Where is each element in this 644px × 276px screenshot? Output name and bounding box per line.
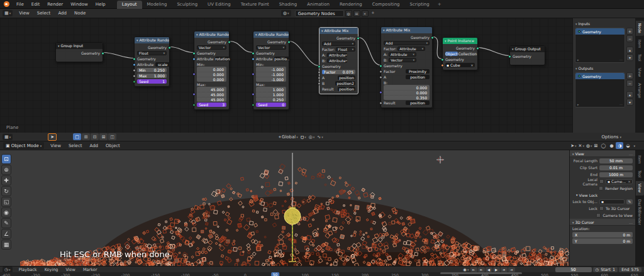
node-attribute-mix[interactable]: ▾Attribute MixGeometryAdd▾Factor:Attribu…: [380, 26, 433, 108]
toggle-collection[interactable]: Collection: [458, 52, 477, 56]
render-region-checkbox[interactable]: [599, 186, 603, 190]
enum-field[interactable]: Attribute▾: [397, 47, 425, 51]
shading-wireframe-icon[interactable]: ◯: [599, 142, 607, 149]
node-header[interactable]: ▾Point Instance: [443, 38, 477, 44]
play-button[interactable]: ▶: [493, 267, 500, 272]
cursor-panel-header[interactable]: ▾3D Cursor…: [570, 219, 635, 226]
node-socket[interactable]: [441, 58, 444, 61]
focal-length-field[interactable]: 50 mm: [599, 158, 633, 163]
browse-node-tree-icon[interactable]: ◍▾: [281, 10, 291, 16]
node-socket[interactable]: [476, 47, 479, 50]
overlays-toggle[interactable]: ◍▾: [586, 143, 592, 148]
node-attribute-randomize[interactable]: ▾Attribute RandomizeGeometryVector▾Geome…: [194, 31, 230, 110]
socket-list-item[interactable]: Geometry: [575, 73, 625, 79]
xray-toggle[interactable]: ⊠: [594, 143, 598, 148]
node-socket[interactable]: [133, 80, 136, 83]
factor-slider[interactable]: Factor0.075: [322, 70, 355, 74]
node-socket[interactable]: [379, 75, 382, 79]
node-socket[interactable]: [318, 76, 321, 79]
workspace-tab-layout[interactable]: Layout: [117, 1, 142, 9]
list-button[interactable]: ▾: [626, 54, 633, 61]
node-point-instance[interactable]: ▾Point InstanceGeometryObjectCollectionG…: [442, 37, 478, 70]
text-field[interactable]: positio..: [274, 57, 290, 61]
object-field[interactable]: ▪Cube×: [445, 63, 475, 67]
seed-field[interactable]: Seed0: [256, 102, 286, 107]
camera-to-view-checkbox[interactable]: [596, 213, 601, 218]
sidebar-tab-arrange[interactable]: Arrange: [636, 80, 644, 101]
text-field[interactable]: position2: [335, 81, 355, 86]
menu-window[interactable]: Window: [67, 0, 92, 9]
panel-header-inputs[interactable]: ▾Inputs: [575, 21, 633, 26]
unlink-node-tree-button[interactable]: ×: [362, 10, 369, 17]
sidebar-tab-node[interactable]: Node: [636, 21, 644, 36]
menu-help[interactable]: Help: [92, 0, 109, 9]
node-socket[interactable]: [318, 70, 321, 74]
node-socket[interactable]: [192, 93, 196, 96]
node-socket[interactable]: [379, 101, 382, 104]
node-socket[interactable]: [252, 73, 255, 76]
workspace-tab-shading[interactable]: Shading: [274, 1, 302, 9]
cursor-y-field[interactable]: Y0 m: [572, 238, 633, 244]
node-socket[interactable]: [357, 36, 360, 40]
prev-keyframe-button[interactable]: ↞: [478, 267, 485, 272]
new-node-tree-button[interactable]: ⊞: [353, 10, 360, 17]
list-button[interactable]: +: [626, 28, 633, 35]
text-field[interactable]: position: [406, 101, 430, 105]
sidebar-tab-view[interactable]: View: [636, 65, 644, 79]
node-socket[interactable]: [379, 91, 382, 94]
lock-to-object-field[interactable]: ▪: [599, 199, 625, 204]
menu-file[interactable]: File: [13, 0, 28, 9]
tool-rotate-icon[interactable]: ↻: [1, 186, 11, 196]
menu-edit[interactable]: Edit: [28, 0, 44, 9]
node-socket[interactable]: [192, 57, 196, 60]
node-attribute-randomize[interactable]: ▾Attribute RandomizeGeometryVector▾Geome…: [253, 31, 289, 110]
tool-cursor-icon[interactable]: ⊕: [1, 165, 11, 175]
viewport-menu-object[interactable]: Object: [102, 141, 124, 150]
node-socket[interactable]: [228, 40, 231, 43]
tool-measure-icon[interactable]: ∠: [1, 229, 11, 239]
play-reverse-button[interactable]: ◀: [486, 267, 492, 272]
text-field[interactable]: position: [406, 75, 430, 79]
enum-field[interactable]: Float▾: [336, 47, 355, 52]
seed-field[interactable]: Seed1: [137, 79, 167, 84]
node-socket[interactable]: [192, 73, 196, 76]
number-field[interactable]: Max1.000: [137, 74, 167, 78]
sidebar-tab-tool[interactable]: Tool: [636, 52, 644, 64]
view-lock-subpanel-header[interactable]: ▾View Lock: [570, 192, 635, 198]
vector-field[interactable]: 45.00045.00045.000: [197, 87, 226, 102]
node-socket[interactable]: [318, 82, 321, 85]
node-socket[interactable]: [133, 69, 136, 72]
jump-to-end-button[interactable]: ⇥: [508, 267, 515, 272]
enum-field[interactable]: Add▾: [322, 41, 355, 46]
node-menu-select[interactable]: Select: [33, 9, 55, 18]
tool-annotate-icon[interactable]: ✎: [1, 218, 11, 228]
sidebar-tab-item[interactable]: Item: [636, 37, 644, 51]
next-keyframe-button[interactable]: ↠: [501, 267, 508, 272]
menu-render[interactable]: Render: [43, 0, 67, 9]
enum-field[interactable]: Vector▾: [197, 45, 226, 50]
workspace-tab-compositing[interactable]: Compositing: [367, 1, 405, 9]
viewport-menu-add[interactable]: Add: [86, 141, 102, 150]
node-group-output[interactable]: ▾Group OutputGeometry: [509, 45, 545, 65]
workspace-tab-modeling[interactable]: Modeling: [142, 1, 172, 9]
node-socket[interactable]: [287, 40, 291, 43]
node-socket[interactable]: [431, 36, 434, 39]
node-socket[interactable]: [133, 63, 136, 66]
enum-field[interactable]: Vector▾: [389, 58, 416, 62]
workspace-tab-rendering[interactable]: Rendering: [335, 1, 367, 9]
list-button[interactable]: ▴: [626, 91, 633, 98]
jump-to-start-button[interactable]: ⇤: [470, 267, 477, 272]
node-header[interactable]: ▾Attribute Randomize: [253, 31, 289, 38]
node-socket[interactable]: [133, 74, 136, 77]
list-button[interactable]: −: [626, 35, 633, 42]
active-tool-button[interactable]: ➤: [48, 133, 57, 141]
enum-field[interactable]: Attribute▾: [327, 58, 347, 63]
toggle-object[interactable]: Object: [445, 52, 458, 56]
node-socket[interactable]: [101, 52, 104, 55]
tool-transform-icon[interactable]: ◉: [1, 207, 11, 218]
node-socket[interactable]: [252, 57, 255, 60]
timeline-ruler[interactable]: -400-350-300-250-200-150-100-50010015020…: [0, 272, 644, 276]
local-camera-field[interactable]: ▪Came...×: [606, 179, 633, 184]
clip-end-field[interactable]: 1000 m: [599, 172, 633, 177]
node-socket[interactable]: [318, 65, 321, 68]
